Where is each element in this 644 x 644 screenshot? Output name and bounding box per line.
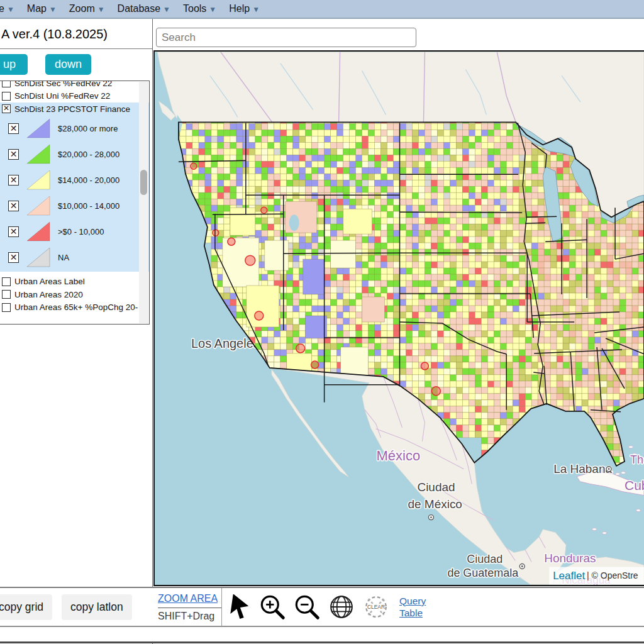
map-label: México bbox=[377, 448, 421, 464]
query-link[interactable]: Query bbox=[399, 595, 426, 607]
state-border bbox=[526, 216, 557, 217]
legend-swatch bbox=[26, 221, 51, 242]
state-border bbox=[213, 214, 284, 214]
chevron-down-icon: ▼ bbox=[7, 5, 14, 14]
layer-checkbox[interactable] bbox=[2, 277, 11, 286]
legend-swatch bbox=[26, 169, 51, 191]
layer-label: Urban Areas 65k+ %PopChg 20- bbox=[14, 303, 138, 312]
menu-map[interactable]: Map▼ bbox=[21, 3, 63, 14]
copy-latlon-button[interactable]: copy latlon bbox=[62, 594, 132, 620]
chevron-down-icon: ▼ bbox=[49, 5, 57, 14]
app-version-label: A ver.4 (10.8.2025) bbox=[0, 19, 152, 49]
layer-checkbox[interactable] bbox=[2, 80, 11, 87]
legend-row[interactable]: >$0 - 10,000 bbox=[0, 219, 149, 245]
legend-row[interactable]: $10,000 - 14,000 bbox=[0, 193, 149, 219]
layer-label: Urban Areas Label bbox=[14, 277, 85, 286]
legend-block: $28,000 or more $20,000 - 28,000 $14,000… bbox=[0, 116, 149, 272]
legend-row[interactable]: $20,000 - 28,000 bbox=[0, 142, 149, 167]
map-label: de México bbox=[408, 497, 462, 511]
map-canvas[interactable]: Los AngelesMéxicoCiudadde MéxicoLa Haban… bbox=[153, 50, 644, 586]
table-link[interactable]: Table bbox=[399, 607, 426, 619]
layer-item[interactable]: SchDist Sec %FedRev 22 bbox=[0, 80, 149, 90]
zoom-out-icon[interactable] bbox=[294, 594, 320, 620]
left-toolbar: copy grid copy latlon bbox=[0, 588, 153, 626]
legend-label: $28,000 or more bbox=[58, 124, 118, 133]
legend-checkbox[interactable] bbox=[8, 149, 19, 160]
left-sidebar: A ver.4 (10.8.2025) up down SchDist Sec … bbox=[0, 19, 153, 644]
layer-label: SchDist 23 PPCSTOT Finance bbox=[14, 104, 130, 114]
layer-label: SchDist Sec %FedRev 22 bbox=[14, 80, 112, 88]
map-label: Cuba bbox=[625, 478, 644, 492]
legend-swatch bbox=[26, 118, 51, 139]
layer-checkbox[interactable] bbox=[2, 92, 11, 101]
layer-up-button[interactable]: up bbox=[0, 54, 28, 75]
layer-item[interactable]: Urban Areas Label bbox=[0, 275, 149, 289]
chevron-down-icon: ▼ bbox=[163, 5, 170, 14]
search-input[interactable] bbox=[156, 28, 416, 47]
menu-bar: e▼ Map▼ Zoom▼ Database▼ Tools▼ Help▼ bbox=[0, 0, 644, 19]
chevron-down-icon: ▼ bbox=[209, 5, 216, 14]
attribution-text: | © OpenStre bbox=[587, 570, 638, 580]
menu-zoom[interactable]: Zoom▼ bbox=[63, 3, 111, 14]
layer-item[interactable]: Urban Areas 65k+ %PopChg 20- bbox=[0, 301, 149, 314]
pointer-cursor-icon[interactable] bbox=[230, 594, 251, 619]
chevron-down-icon: ▼ bbox=[97, 5, 105, 14]
state-border bbox=[284, 253, 400, 253]
legend-label: $14,000 - 20,000 bbox=[58, 175, 119, 185]
legend-label: $10,000 - 14,000 bbox=[58, 201, 119, 211]
legend-label: $20,000 - 28,000 bbox=[58, 150, 119, 159]
legend-checkbox[interactable] bbox=[8, 201, 19, 211]
state-border bbox=[525, 223, 545, 223]
state-border bbox=[399, 212, 522, 213]
clear-selection-icon[interactable]: CLEAR bbox=[363, 594, 389, 620]
legend-checkbox[interactable] bbox=[8, 175, 19, 186]
map-label: The bbox=[630, 453, 644, 466]
zoom-area-cell: ZOOM AREA SHIFT+Drag bbox=[153, 588, 222, 626]
legend-label: >$0 - 10,000 bbox=[58, 227, 104, 236]
chevron-down-icon: ▼ bbox=[252, 5, 260, 14]
map-toolbar: ZOOM AREA SHIFT+Drag bbox=[153, 588, 644, 626]
menu-tools[interactable]: Tools▼ bbox=[177, 3, 223, 14]
legend-row[interactable]: $28,000 or more bbox=[0, 116, 149, 142]
scrollbar-thumb[interactable] bbox=[140, 170, 147, 195]
menu-file[interactable]: e▼ bbox=[0, 3, 21, 14]
legend-swatch bbox=[26, 247, 51, 268]
copy-grid-button[interactable]: copy grid bbox=[0, 594, 52, 620]
menu-help[interactable]: Help▼ bbox=[223, 3, 266, 14]
shift-drag-hint: SHIFT+Drag bbox=[158, 608, 221, 623]
layer-down-button[interactable]: down bbox=[45, 54, 91, 75]
zoom-area-link[interactable]: ZOOM AREA bbox=[158, 592, 221, 608]
layer-checkbox[interactable] bbox=[2, 303, 11, 312]
legend-checkbox[interactable] bbox=[8, 123, 19, 134]
search-row bbox=[153, 19, 644, 50]
map-label: Honduras bbox=[544, 552, 596, 565]
legend-swatch bbox=[26, 143, 51, 165]
legend-row[interactable]: NA bbox=[0, 245, 149, 270]
legend-row[interactable]: $14,000 - 20,000 bbox=[0, 167, 149, 193]
zoom-in-icon[interactable] bbox=[259, 594, 286, 620]
query-table-links: Query Table bbox=[399, 595, 426, 619]
legend-checkbox[interactable] bbox=[8, 252, 19, 263]
leaflet-link[interactable]: Leaflet bbox=[553, 570, 585, 582]
layer-item[interactable]: Urban Areas 2020 bbox=[0, 288, 149, 301]
layer-label: Urban Areas 2020 bbox=[14, 290, 83, 299]
layer-checkbox[interactable] bbox=[2, 290, 11, 299]
layer-label: SchDist Uni %FedRev 22 bbox=[14, 91, 110, 101]
globe-icon[interactable] bbox=[328, 594, 355, 620]
map-label: Ciudad bbox=[417, 480, 455, 494]
legend-label: NA bbox=[58, 253, 69, 262]
map-label: Ciudad bbox=[467, 553, 502, 565]
legend-swatch bbox=[26, 195, 51, 216]
menu-database[interactable]: Database▼ bbox=[111, 3, 177, 14]
svg-text:CLEAR: CLEAR bbox=[367, 604, 385, 610]
layer-checkbox[interactable] bbox=[2, 104, 11, 113]
map-label: La Habana bbox=[553, 462, 612, 475]
status-strip bbox=[0, 627, 644, 643]
layer-item-selected[interactable]: SchDist 23 PPCSTOT Finance bbox=[0, 103, 149, 116]
layer-list-scrollbar[interactable] bbox=[139, 82, 148, 323]
layer-list[interactable]: SchDist Sec %FedRev 22 SchDist Uni %FedR… bbox=[0, 80, 150, 325]
layer-item[interactable]: SchDist Uni %FedRev 22 bbox=[0, 90, 149, 103]
legend-checkbox[interactable] bbox=[8, 226, 19, 237]
map-label: de Guatemala bbox=[447, 567, 518, 579]
